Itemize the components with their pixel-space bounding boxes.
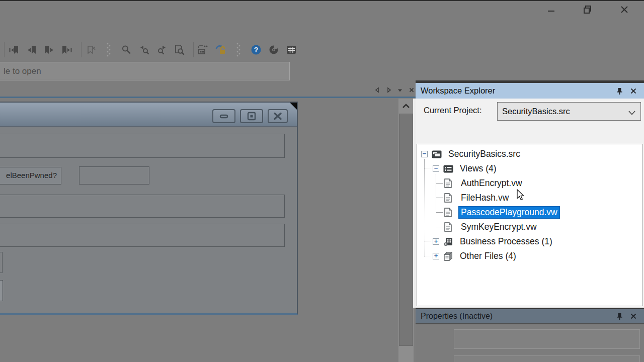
pwned-button[interactable]: elBeenPwned? (0, 167, 61, 185)
properties-body (416, 323, 644, 362)
workspace-explorer-title: Workspace Explorer (421, 86, 610, 96)
tree-item-label[interactable]: Views (4) (457, 162, 499, 175)
expand-icon[interactable]: + (433, 253, 439, 259)
search-icon[interactable] (120, 43, 133, 57)
form-textfield-3[interactable] (0, 195, 285, 218)
data-table-icon[interactable] (285, 43, 298, 57)
collapse-icon[interactable]: − (433, 165, 439, 172)
document-icon (444, 208, 455, 217)
form-control-partial-1[interactable] (0, 252, 3, 273)
tree-row[interactable]: PasscodePlayground.vw (417, 205, 642, 220)
current-project-value: SecurityBasics.src (502, 107, 570, 116)
tree-item-label[interactable]: FileHash.vw (458, 192, 511, 204)
designer-form-titlebar[interactable] (0, 103, 297, 127)
tree-guide-stub (436, 183, 443, 184)
tree-row[interactable]: −Views (4) (417, 161, 642, 176)
tree-guide-stub (425, 241, 431, 242)
form-textfield-2[interactable] (79, 166, 149, 185)
chevron-down-icon (628, 108, 636, 118)
application-window: ? le to open (0, 0, 644, 362)
close-document-icon[interactable] (408, 86, 416, 94)
previous-bookmark-icon[interactable] (25, 43, 38, 57)
toolbar-separator (4, 42, 5, 57)
scroll-tabs-left-icon[interactable] (373, 86, 381, 94)
toolbar-separator (193, 42, 194, 57)
vertical-scrollbar[interactable] (398, 99, 414, 362)
statistics-pie-icon[interactable] (267, 43, 280, 57)
tab-strip-accent-line (0, 97, 416, 98)
scroll-tabs-right-icon[interactable] (385, 86, 393, 94)
files-icon (443, 252, 454, 261)
next-bookmark-icon[interactable] (43, 43, 56, 57)
pin-icon[interactable] (615, 86, 624, 96)
tree-row[interactable]: −SecurityBasics.src (417, 147, 642, 161)
workspace-tree: −SecurityBasics.src−Views (4)AuthEncrypt… (417, 144, 643, 306)
quick-open-value: le to open (4, 66, 41, 76)
properties-header[interactable]: Properties (Inactive) (416, 309, 644, 323)
properties-input-1[interactable] (454, 329, 640, 349)
pwned-button-label: elBeenPwned? (6, 171, 57, 179)
tree-row[interactable]: FileHash.vw (417, 191, 642, 205)
document-icon (444, 179, 455, 188)
workspace-explorer-body: Current Project: SecurityBasics.src −Sec… (416, 99, 644, 308)
properties-title: Properties (Inactive) (421, 312, 610, 321)
form-textfield-4[interactable] (0, 224, 285, 247)
goto-last-bookmark-icon[interactable] (60, 43, 73, 57)
unlock-icon[interactable] (214, 43, 227, 57)
search-previous-icon[interactable] (137, 43, 150, 57)
tree-row[interactable]: +Other Files (4) (417, 249, 642, 263)
form-maximize-icon[interactable] (240, 109, 263, 123)
tree-guide-stub (436, 198, 443, 198)
tree-guide-stub (436, 212, 443, 213)
goto-first-bookmark-icon[interactable] (8, 43, 21, 57)
rename-fields-icon[interactable] (197, 43, 210, 57)
form-selection-corner (290, 103, 297, 110)
tree-item-label[interactable]: SymKeyEncrypt.vw (458, 221, 539, 233)
tree-row[interactable]: SymKeyEncrypt.vw (417, 220, 642, 234)
close-icon[interactable] (619, 4, 630, 15)
close-icon[interactable] (629, 312, 638, 321)
toolbar-separator (81, 42, 82, 57)
search-next-icon[interactable] (155, 43, 168, 57)
tree-item-label[interactable]: PasscodePlayground.vw (458, 206, 560, 219)
tab-list-dropdown-icon[interactable] (396, 86, 404, 94)
tree-guide-stub (436, 227, 443, 227)
tree-row[interactable]: +Business Processes (1) (417, 234, 642, 249)
help-icon[interactable]: ? (250, 43, 263, 57)
grip-icon (232, 43, 245, 57)
restore-icon[interactable] (582, 4, 593, 15)
quick-open-input[interactable]: le to open (0, 62, 290, 80)
grip-icon (102, 43, 115, 57)
minimize-icon[interactable] (545, 4, 556, 15)
properties-input-2[interactable] (454, 355, 640, 362)
tree-item-label[interactable]: AuthEncrypt.vw (458, 177, 525, 190)
expand-icon[interactable]: + (433, 238, 439, 245)
pin-icon[interactable] (615, 312, 624, 321)
clear-bookmarks-icon[interactable] (85, 43, 98, 57)
tree-item-label[interactable]: SecurityBasics.src (446, 148, 523, 160)
views-icon (443, 164, 454, 173)
workspace-explorer-panel: Workspace Explorer Current Project: Secu… (416, 80, 644, 308)
tree-item-label[interactable]: Business Processes (1) (457, 235, 555, 248)
form-minimize-icon[interactable] (212, 109, 235, 123)
form-control-partial-2[interactable] (0, 280, 3, 301)
form-textfield-1[interactable] (0, 134, 285, 158)
svg-text:?: ? (254, 46, 259, 54)
scrollbar-thumb[interactable] (399, 114, 413, 346)
current-project-label: Current Project: (424, 106, 482, 115)
document-nav (373, 84, 416, 96)
collapse-icon[interactable]: − (421, 151, 428, 157)
form-close-icon[interactable] (268, 109, 288, 123)
tree-item-label[interactable]: Other Files (4) (457, 250, 519, 262)
scroll-up-icon[interactable] (398, 99, 414, 114)
close-icon[interactable] (629, 86, 638, 96)
current-project-select[interactable]: SecurityBasics.src (497, 102, 641, 121)
tree-guide-stub (425, 168, 431, 169)
toolbar: ? (0, 38, 322, 61)
business-icon (443, 237, 454, 246)
document-icon (444, 223, 455, 232)
workspace-explorer-header[interactable]: Workspace Explorer (416, 83, 644, 99)
tree-row[interactable]: AuthEncrypt.vw (417, 176, 642, 191)
project-icon (432, 150, 442, 159)
search-in-files-icon[interactable] (173, 43, 186, 57)
